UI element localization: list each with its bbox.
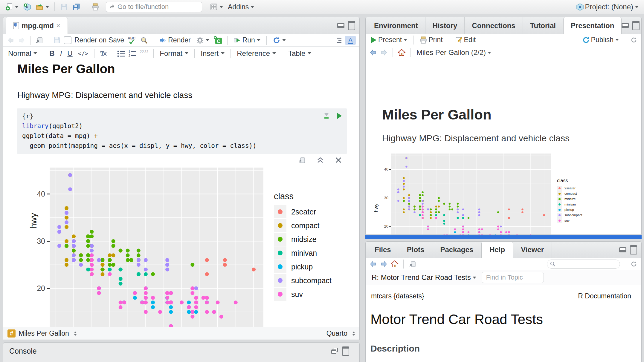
tab-tutorial[interactable]: Tutorial [523, 17, 563, 34]
save-icon[interactable] [53, 36, 61, 44]
popout-icon[interactable] [408, 260, 416, 268]
edit-presentation-button[interactable]: Edit [454, 35, 477, 45]
minimize-icon[interactable] [622, 23, 629, 28]
search-icon[interactable] [140, 36, 148, 44]
home-icon[interactable] [398, 49, 405, 56]
popout-output-icon[interactable] [298, 156, 306, 164]
section-switcher-icon[interactable] [74, 332, 77, 336]
run-chunk-icon[interactable] [336, 112, 342, 119]
console-window-controls [331, 346, 353, 356]
insert-menu[interactable]: Insert [199, 49, 226, 58]
code-format-button[interactable]: </> [77, 50, 89, 57]
help-topic-select[interactable]: R: Motor Trend Car Road Tests [370, 273, 477, 282]
goto-file-input[interactable] [117, 3, 199, 11]
new-project-button[interactable]: R [22, 2, 32, 11]
bold-button[interactable]: B [48, 49, 56, 58]
refresh-icon[interactable] [630, 260, 638, 268]
reference-menu[interactable]: Reference [236, 49, 277, 58]
tab-viewer[interactable]: Viewer [513, 242, 552, 258]
pane-splitter[interactable] [365, 235, 642, 239]
tab-plots[interactable]: Plots [399, 242, 433, 258]
popout-icon[interactable] [35, 36, 43, 44]
toolbar-separator [266, 36, 267, 45]
save-all-button[interactable] [71, 2, 82, 11]
pane-layout-button[interactable] [209, 2, 224, 11]
slide-navigator[interactable]: Miles Per Gallon (2/2) [415, 48, 492, 57]
minimize-icon[interactable] [619, 247, 626, 252]
help-search-box[interactable] [547, 260, 620, 269]
restore-icon[interactable] [331, 347, 338, 355]
forward-icon[interactable] [18, 36, 25, 44]
italic-button[interactable]: I [59, 49, 63, 58]
outline-current-section[interactable]: Miles Per Gallon [19, 329, 69, 338]
spellcheck-icon[interactable]: ABC [127, 36, 137, 45]
home-icon[interactable] [391, 260, 399, 268]
underline-button[interactable]: U [66, 49, 74, 58]
maximize-icon[interactable] [630, 245, 637, 254]
print-button[interactable] [90, 2, 100, 11]
minimize-icon[interactable] [337, 23, 344, 28]
close-tab-icon[interactable]: × [56, 22, 60, 30]
legend-label: compact [291, 221, 319, 230]
svg-text:ABC: ABC [128, 36, 135, 40]
tab-connections[interactable]: Connections [465, 17, 523, 34]
console-header[interactable]: Console [3, 343, 359, 359]
legend-key [557, 197, 562, 202]
rerun-button[interactable] [271, 36, 287, 45]
paragraph-style-select[interactable]: Normal [7, 49, 38, 58]
forward-icon[interactable] [380, 49, 388, 56]
outline-toggle-icon[interactable] [334, 36, 342, 44]
clear-output-icon[interactable] [335, 157, 342, 164]
toolbar-separator [403, 260, 404, 269]
save-button[interactable] [59, 2, 69, 11]
render-options-button[interactable] [195, 36, 210, 45]
tab-history[interactable]: History [425, 17, 465, 34]
tab-files[interactable]: Files [367, 242, 399, 258]
new-file-button[interactable] [4, 2, 20, 11]
r-code-chunk[interactable]: {r} library(ggplot2)ggplot(data = mpg) +… [17, 108, 347, 154]
document-canvas[interactable]: Miles Per Gallon Highway MPG: Displaceme… [3, 60, 359, 328]
clear-formatting-icon[interactable]: T [99, 50, 107, 57]
maximize-icon[interactable] [632, 21, 640, 30]
collapse-output-icon[interactable] [316, 156, 324, 164]
document-mode[interactable]: Quarto [326, 329, 347, 338]
tab-help[interactable]: Help [481, 242, 513, 258]
table-menu[interactable]: Table [287, 49, 312, 58]
print-presentation-button[interactable]: Print [418, 35, 444, 45]
blockquote-icon[interactable]: ”” [140, 50, 149, 56]
addins-button[interactable]: Addins [227, 2, 255, 12]
mode-switcher-icon[interactable] [352, 332, 355, 336]
find-in-topic-input[interactable] [482, 272, 544, 283]
render-on-save-checkbox[interactable] [64, 36, 71, 44]
bullet-list-icon[interactable] [117, 50, 125, 57]
chunk-output-toolbar [298, 156, 342, 164]
visual-editor-toggle[interactable]: A [345, 36, 356, 45]
tab-presentation[interactable]: Presentation [563, 17, 622, 34]
refresh-icon[interactable] [630, 36, 638, 44]
back-icon[interactable] [369, 49, 377, 56]
goto-file-search[interactable] [106, 2, 202, 12]
present-button[interactable]: Present [369, 35, 408, 45]
maximize-icon[interactable] [342, 346, 349, 356]
insert-chunk-icon[interactable]: C [213, 36, 222, 45]
help-search-input[interactable] [557, 260, 617, 268]
forward-icon[interactable] [380, 260, 388, 268]
run-button[interactable]: Run [232, 36, 262, 45]
presentation-slide[interactable]: Miles Per Gallon Highway MPG: Displaceme… [366, 59, 641, 235]
render-button[interactable]: Render [158, 36, 192, 45]
tab-packages[interactable]: Packages [432, 242, 481, 258]
project-menu-button[interactable]: R Project: (None) [575, 2, 640, 12]
numbered-list-icon[interactable]: 12 [128, 50, 137, 57]
legend-dot-icon [278, 251, 283, 255]
run-chunks-above-icon[interactable] [323, 112, 330, 120]
tab-environment[interactable]: Environment [367, 17, 425, 34]
back-icon[interactable] [369, 260, 377, 268]
legend-item: compact [557, 191, 582, 196]
editor-tab-mpg-qmd[interactable]: mpg.qmd × [6, 17, 68, 34]
back-icon[interactable] [7, 36, 15, 44]
maximize-icon[interactable] [348, 21, 355, 30]
open-file-button[interactable] [35, 2, 50, 11]
help-document[interactable]: mtcars {datasets} R Documentation Motor … [366, 285, 641, 362]
format-menu[interactable]: Format [158, 49, 190, 58]
publish-button[interactable]: Publish [581, 35, 620, 45]
